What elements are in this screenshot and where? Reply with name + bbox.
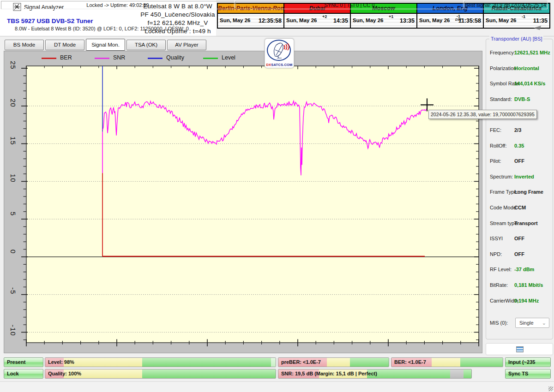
signal-chart[interactable]: [4, 51, 482, 353]
y-tick-label: -10: [9, 325, 17, 336]
y-tick-label: 0: [9, 249, 17, 254]
tp-value: 144,014 KS/s: [514, 81, 545, 86]
transponder-title: Transponder (AU) [BS]: [489, 36, 543, 42]
bar-segment-green: [142, 369, 276, 378]
tp-label: BitRate:: [490, 282, 508, 288]
chevron-down-icon: ⌄: [542, 318, 546, 327]
satellite-dish-icon: [269, 41, 290, 60]
bar-segment-tip: [271, 358, 276, 367]
tp-label: FEC:: [490, 127, 501, 133]
tp-value: OFF: [514, 236, 524, 241]
tp-value: 0.35: [514, 143, 524, 148]
input-rate-indicator: Input (~235 Kbps): [505, 357, 551, 367]
clock-time: 12:35:58: [259, 18, 282, 24]
resize-grip[interactable]: [548, 386, 553, 391]
tab-dt-mode[interactable]: DT Mode: [45, 40, 84, 50]
tp-value: 2/3: [514, 127, 521, 133]
chart-tooltip: 2024-05-26 12.35.38, value: 19,700000762…: [428, 110, 537, 119]
dxsatcs-logo: DXSATCS.COM: [265, 38, 294, 68]
tab-tsa-ok-[interactable]: TSA (OK): [126, 40, 166, 50]
clock-utc-offset: -1: [522, 15, 525, 18]
tab-av-player[interactable]: AV Player: [167, 40, 206, 50]
preber-bar-label: preBER: <1.0E-7: [281, 358, 321, 367]
tp-label: NPD:: [490, 251, 502, 257]
tp-value: Horizontal: [514, 65, 539, 71]
tp-value: OFF: [514, 251, 524, 257]
tp-value: 12621,521 MHz: [514, 50, 550, 55]
tp-value: -37 dBm: [514, 267, 534, 272]
tp-value: Inverted: [514, 174, 534, 179]
status-uptime: Locked -> Uptime: 49:02:59: [1, 1, 235, 9]
clock-date: Sun, May 26: [419, 18, 450, 23]
bar-segment-green: [367, 369, 450, 378]
tab-signal-mon-[interactable]: Signal Mon.: [86, 39, 125, 51]
clock-time: 11:35: [533, 18, 548, 24]
tp-value: OFF: [514, 158, 524, 164]
ts-list-button[interactable]: [486, 343, 553, 355]
bar-segment-green: [464, 369, 471, 378]
ber-bar: BER: <1.0E-7: [391, 357, 503, 367]
target-info-line: Locked Uptime : t=49 h: [138, 27, 217, 36]
tuner-name: TBS 5927 USB DVB-S2 Tuner: [7, 18, 93, 24]
tp-label: Spectrum:: [490, 174, 513, 179]
tp-value: Long Frame: [514, 189, 543, 195]
bar-segment-yellow: [64, 358, 142, 367]
y-tick-label: 10: [9, 174, 17, 183]
y-tick-label: -5: [9, 287, 17, 294]
clock-utc-offset: +1: [389, 15, 393, 18]
status-bar: [0, 381, 554, 392]
tp-label: RollOff:: [490, 143, 506, 148]
snr-bar: SNR: 19,5 dB (Margin: 15,1 dB | Perfect): [278, 369, 472, 379]
bar-segment-gray: [450, 369, 464, 378]
bar-segment-yellow: [432, 358, 461, 367]
clock-utc-offset: +2: [322, 15, 327, 18]
y-tick-label: 20: [9, 99, 17, 107]
signal-analyzer-window: { "window": {"title": "Signal Analyzer"}…: [0, 0, 554, 392]
ts-list-icon: [516, 346, 524, 352]
preber-bar: preBER: <1.0E-7: [278, 357, 389, 367]
tp-label: Pilot:: [490, 158, 501, 164]
tp-value: 0,181 Mbit/s: [514, 282, 543, 288]
status-best-signal: Best signal: 20,9 dB (2024-05-25 14:59): [464, 1, 548, 9]
y-tick-label: 5: [9, 212, 17, 216]
clock-time: 13:35: [400, 18, 415, 24]
tab-bs-mode[interactable]: BS Mode: [5, 40, 44, 50]
snr-bar-label: SNR: 19,5 dB (Margin: 15,1 dB | Perfect): [281, 369, 377, 378]
tp-label: Standard:: [490, 96, 512, 102]
tp-value: Transport: [514, 220, 538, 226]
target-info-line: PF 450_Lučenec/Slovakia: [138, 11, 217, 19]
target-info-line: f=12 621,662 MHz_V: [138, 19, 217, 27]
y-tick-label: 25: [9, 61, 17, 70]
bar-segment-yellow: [327, 358, 350, 367]
clock-date: Sun, May 26: [286, 18, 317, 23]
status-sync-counters: SYNC 0 | TEI 0 | CC 0: [235, 1, 464, 9]
tp-label: ISSYI: [490, 236, 503, 241]
present-indicator: Present: [4, 357, 43, 367]
quality-bar: Quality: 100%: [45, 369, 276, 379]
clock-date: Sun, May 26: [353, 18, 383, 23]
quality-bar-label: Quality: 100%: [48, 369, 81, 378]
tp-label: Code Mode:: [490, 205, 518, 210]
ber-bar-label: BER: <1.0E-7: [394, 358, 426, 367]
bar-segment-green: [350, 358, 389, 367]
lock-indicator: Lock: [4, 369, 43, 379]
clock-date: Sun, May 26: [220, 18, 250, 23]
logo-text: DXSATCS.COM: [265, 63, 294, 67]
clock-date: Sun, May 26: [486, 18, 516, 23]
bar-segment-green: [460, 358, 503, 367]
mis-selected-value: Single: [519, 320, 534, 326]
tp-value: 0,194 MHz: [514, 298, 539, 303]
clock-time: 11:35:58: [458, 18, 481, 24]
sync-ts-indicator: Sync TS: [505, 369, 551, 379]
tp-label: RF Level:: [490, 267, 512, 272]
bar-segment-green: [142, 358, 271, 367]
level-bar-label: Level: 98%: [48, 358, 74, 367]
clock-time: 14:35: [333, 18, 348, 24]
tp-label: Frequency:: [490, 50, 515, 55]
mis-select[interactable]: Single ⌄: [515, 318, 549, 328]
level-bar: Level: 98%: [45, 357, 276, 367]
y-tick-label: 15: [9, 137, 17, 145]
tp-value: DVB-S: [514, 96, 530, 102]
tp-label: Polarization:: [490, 65, 518, 71]
mis-label: MIS (0):: [490, 320, 508, 326]
